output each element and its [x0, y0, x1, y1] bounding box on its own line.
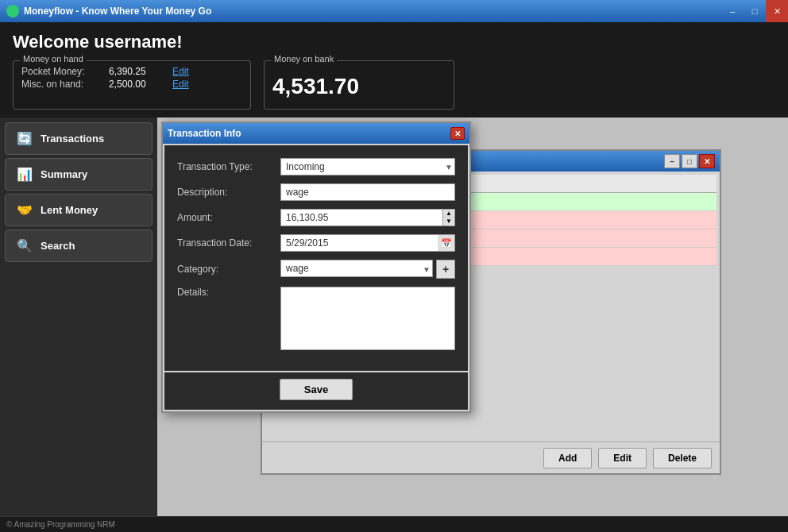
- description-label: Description:: [177, 187, 280, 198]
- date-row: Transaction Date: 📅: [177, 234, 455, 252]
- amount-row: Amount: ▲ ▼: [177, 209, 455, 226]
- close-button[interactable]: ✕: [766, 0, 788, 22]
- transaction-info-dialog: Transaction Info ✕ Transaction Type: Inc…: [161, 121, 471, 413]
- save-button[interactable]: Save: [280, 379, 353, 400]
- title-bar: Moneyflow - Know Where Your Money Go – □…: [0, 0, 788, 22]
- misc-money-row: Misc. on hand: 2,500.00 Edit: [21, 79, 242, 90]
- details-label: Details:: [177, 287, 280, 298]
- main-panel: Transactions – □ ✕ Details Type Incoming: [157, 118, 788, 516]
- money-panels: Money on hand Pocket Money: 6,390.25 Edi…: [13, 60, 775, 110]
- header: Welcome username! Money on hand Pocket M…: [0, 22, 788, 118]
- date-input[interactable]: [280, 234, 438, 252]
- summary-label: Summary: [41, 168, 87, 180]
- modal-overlay: Transaction Info ✕ Transaction Type: Inc…: [157, 118, 788, 516]
- status-bar: © Amazing Programming NRM: [0, 516, 788, 532]
- description-input[interactable]: [280, 183, 455, 201]
- sidebar-item-summary[interactable]: 📊 Summary: [5, 158, 153, 191]
- transaction-type-select[interactable]: Incoming Outgoing: [280, 158, 455, 175]
- add-category-button[interactable]: +: [436, 260, 455, 279]
- window-title: Moneyflow - Know Where Your Money Go: [24, 6, 211, 17]
- pocket-value: 6,390.25: [109, 66, 172, 77]
- category-label: Category:: [177, 264, 280, 275]
- app-container: Welcome username! Money on hand Pocket M…: [0, 22, 788, 532]
- misc-label: Misc. on hand:: [21, 79, 109, 90]
- app-icon: [6, 5, 19, 17]
- pocket-edit-link[interactable]: Edit: [172, 66, 189, 77]
- category-row: Category: wage salary food bills: [177, 260, 455, 279]
- modal-footer: Save: [164, 372, 468, 410]
- bank-panel-title: Money on bank: [271, 54, 337, 64]
- money-on-hand-panel: Money on hand Pocket Money: 6,390.25 Edi…: [13, 60, 251, 110]
- bank-amount: 4,531.70: [272, 66, 446, 104]
- misc-value: 2,500.00: [109, 79, 172, 90]
- date-picker-button[interactable]: 📅: [438, 234, 455, 252]
- transaction-type-label: Transaction Type:: [177, 161, 280, 172]
- amount-input[interactable]: [280, 209, 442, 226]
- search-icon: 🔍: [17, 238, 33, 253]
- date-label: Transaction Date:: [177, 237, 280, 249]
- date-wrapper: 📅: [280, 234, 455, 252]
- lent-money-label: Lent Money: [41, 204, 98, 216]
- search-label: Search: [41, 240, 75, 252]
- pocket-money-row: Pocket Money: 6,390.25 Edit: [21, 66, 242, 77]
- sidebar-item-search[interactable]: 🔍 Search: [5, 229, 153, 262]
- hand-panel-title: Money on hand: [20, 54, 87, 64]
- category-select-wrapper: wage salary food bills ▼ +: [280, 260, 455, 279]
- money-on-bank-panel: Money on bank 4,531.70: [264, 60, 454, 110]
- description-row: Description:: [177, 183, 455, 201]
- sidebar-item-lent-money[interactable]: 🤝 Lent Money: [5, 194, 153, 226]
- sidebar: 🔄 Transactions 📊 Summary 🤝 Lent Money 🔍 …: [0, 118, 157, 516]
- status-text: © Amazing Programming NRM: [6, 520, 115, 529]
- lent-money-icon: 🤝: [17, 202, 33, 218]
- amount-wrapper: ▲ ▼: [280, 209, 455, 226]
- maximize-button[interactable]: □: [744, 0, 766, 22]
- amount-label: Amount:: [177, 212, 280, 223]
- category-select[interactable]: wage salary food bills: [280, 260, 433, 277]
- modal-titlebar: Transaction Info ✕: [163, 123, 469, 144]
- content-area: 🔄 Transactions 📊 Summary 🤝 Lent Money 🔍 …: [0, 118, 788, 516]
- misc-edit-link[interactable]: Edit: [172, 79, 189, 90]
- amount-spinners: ▲ ▼: [442, 209, 455, 226]
- modal-body: Transaction Type: Incoming Outgoing ▼: [164, 145, 468, 371]
- window-controls: – □ ✕: [721, 0, 788, 22]
- sidebar-item-transactions[interactable]: 🔄 Transactions: [5, 122, 153, 155]
- transaction-type-row: Transaction Type: Incoming Outgoing ▼: [177, 158, 455, 175]
- amount-down-button[interactable]: ▼: [443, 218, 454, 226]
- modal-title: Transaction Info: [168, 128, 241, 139]
- category-select-container: wage salary food bills ▼: [280, 260, 433, 279]
- amount-up-button[interactable]: ▲: [443, 210, 454, 218]
- modal-close-button[interactable]: ✕: [450, 127, 465, 140]
- minimize-button[interactable]: –: [721, 0, 744, 22]
- details-textarea[interactable]: [280, 287, 455, 350]
- transaction-type-wrapper: Incoming Outgoing ▼: [280, 158, 455, 175]
- transactions-label: Transactions: [41, 133, 104, 145]
- welcome-text: Welcome username!: [13, 32, 775, 52]
- transactions-icon: 🔄: [17, 131, 33, 146]
- pocket-label: Pocket Money:: [21, 66, 109, 77]
- summary-icon: 📊: [17, 167, 33, 182]
- details-row: Details:: [177, 287, 455, 350]
